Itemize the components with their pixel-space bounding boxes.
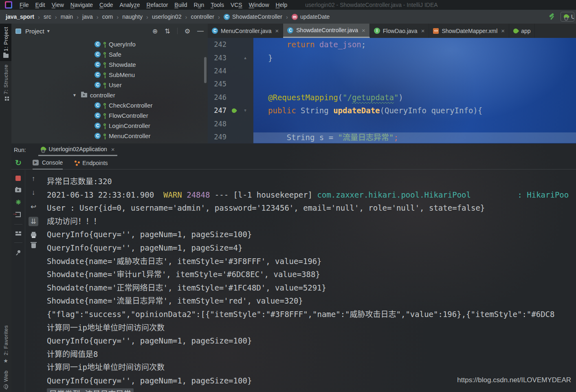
code-line-249: 249 String s = "流量日志异常";	[208, 130, 576, 143]
menu-navigate[interactable]: Navigate	[67, 1, 96, 9]
run-configuration-tab[interactable]: Userlogin02Application ×	[38, 143, 117, 156]
menu-build[interactable]: Build	[171, 1, 190, 9]
tree-item-MenuController[interactable]: CMenuController	[11, 131, 208, 141]
close-icon[interactable]: ×	[111, 146, 115, 153]
breadcrumb-separator: ›	[35, 13, 43, 20]
scroll-up-icon[interactable]: ↑	[32, 175, 35, 183]
build-hammer-icon[interactable]	[548, 13, 556, 20]
tree-item-controller[interactable]: ▼controller	[11, 90, 208, 100]
menu-window[interactable]: Window	[246, 1, 273, 9]
tree-item-Showdate[interactable]: CShowdate	[11, 59, 208, 70]
restore-layout-icon[interactable]	[15, 231, 21, 236]
spring-boot-run-icon	[40, 146, 46, 153]
fold-marker-icon[interactable]: ▵	[241, 55, 249, 61]
run-tab-console[interactable]: ▶Console	[33, 156, 63, 170]
tool-button-web[interactable]: Web	[0, 367, 11, 392]
key-icon	[103, 62, 106, 65]
breadcrumb-separator: ›	[215, 13, 223, 20]
menu-run[interactable]: Run	[191, 1, 208, 9]
watermark-url: https://blog.csdn.net/ILOVEMYDEAR	[457, 374, 571, 387]
menu-edit[interactable]: Edit	[32, 1, 48, 9]
tree-item-Safe[interactable]: CSafe	[11, 49, 208, 59]
line-number: 248	[208, 120, 226, 128]
menu-vcs[interactable]: VCS	[227, 1, 246, 9]
breadcrumb-separator: ›	[52, 13, 60, 20]
collapse-all-icon[interactable]: ⇅	[165, 27, 170, 35]
locate-icon[interactable]: ⊕	[152, 27, 158, 35]
console-icon: ▶	[33, 160, 39, 165]
chevron-down-icon[interactable]: ▾	[47, 28, 50, 34]
intellij-logo-icon	[5, 1, 12, 9]
project-scrollbar[interactable]	[204, 57, 207, 83]
tree-item-FlowController[interactable]: CFlowController	[11, 110, 208, 121]
tab-showdatecontroller-java[interactable]: CShowdateController.java×	[283, 24, 370, 38]
rerun-icon[interactable]: ↻	[15, 158, 22, 167]
breadcrumb-java[interactable]: java	[81, 13, 94, 20]
scroll-to-end-icon[interactable]: ⇊	[29, 217, 38, 226]
tab-showdatemapper-xml[interactable]: <>ShowDateMapper.xml×	[429, 24, 509, 38]
class-icon: C	[95, 112, 101, 119]
console-line: 计算同一ip地址单位时间访问次数	[47, 361, 576, 374]
breadcrumb-java_sport[interactable]: java_sport	[5, 13, 35, 20]
menu-file[interactable]: File	[16, 1, 32, 9]
folder-icon	[3, 54, 9, 58]
run-tab-endpoints[interactable]: Endpoints	[74, 156, 108, 170]
fold-marker-icon[interactable]: ▿	[241, 108, 249, 113]
run-configuration-chip[interactable]: U	[561, 12, 574, 22]
menu-code[interactable]: Code	[96, 1, 116, 9]
breadcrumb-updateDate[interactable]: mupdateDate	[291, 13, 330, 20]
close-icon[interactable]: ×	[275, 27, 279, 34]
gear-icon[interactable]: ⚙	[185, 27, 190, 35]
soft-wrap-icon[interactable]: ↩	[31, 203, 36, 211]
tree-item-SubMenu[interactable]: CSubMenu	[11, 70, 208, 80]
project-panel-title[interactable]: Project	[25, 28, 44, 35]
breadcrumb-separator: ›	[283, 13, 291, 20]
breadcrumb-naughty[interactable]: naughty	[121, 13, 143, 20]
editor-content[interactable]: 242 return date_json;243▵}244245246@Requ…	[208, 38, 576, 143]
hide-panel-icon[interactable]: —	[197, 27, 204, 35]
tab-flowdao-java[interactable]: IFlowDao.java×	[370, 24, 429, 38]
clear-console-icon[interactable]	[31, 243, 36, 248]
tab-menucontroller-java[interactable]: CMenuController.java×	[208, 24, 283, 38]
menu-tools[interactable]: Tools	[207, 1, 227, 9]
menu-view[interactable]: View	[48, 1, 67, 9]
tree-item-User[interactable]: CUser	[11, 80, 208, 90]
expand-arrow-icon[interactable]: ▼	[73, 93, 78, 97]
breadcrumb-com[interactable]: com	[101, 13, 114, 20]
thread-dump-icon[interactable]	[15, 188, 21, 192]
tab-app[interactable]: app	[509, 24, 535, 38]
pin-icon[interactable]	[15, 250, 21, 255]
menu-refactor[interactable]: Refactor	[143, 1, 171, 9]
key-icon	[103, 52, 106, 55]
breadcrumb-src[interactable]: src	[43, 13, 52, 20]
tree-item-CheckController[interactable]: CCheckController	[11, 100, 208, 110]
spring-file-icon	[512, 27, 519, 34]
coverage-icon[interactable]	[15, 199, 21, 205]
tree-item-QueryInfo[interactable]: CQueryInfo	[11, 39, 208, 49]
close-icon[interactable]: ×	[362, 27, 365, 34]
spring-bean-icon[interactable]	[231, 107, 237, 114]
print-icon[interactable]	[31, 233, 36, 236]
code-line-247: 247▿public String updateDate(QueryInfo q…	[208, 104, 576, 117]
menu-analyze[interactable]: Analyze	[117, 1, 143, 9]
divider	[14, 224, 22, 225]
editor: CMenuController.java×CShowdateController…	[208, 24, 576, 143]
close-icon[interactable]: ×	[421, 27, 425, 34]
console-output[interactable]: 异常日志数量:3202021-06-13 22:33:01.900 WARN 2…	[42, 170, 576, 392]
window-title: userlogin02 - ShowdateController.java - …	[305, 2, 437, 8]
breadcrumb-main[interactable]: main	[60, 13, 74, 20]
exit-icon[interactable]	[15, 212, 21, 217]
breadcrumb-userlogin02[interactable]: userlogin02	[151, 13, 182, 20]
tool-button-project[interactable]: 1: Project	[0, 24, 11, 61]
breadcrumb-ShowdateController[interactable]: CShowdateController	[223, 13, 283, 20]
tree-item-LoginController[interactable]: CLoginController	[11, 121, 208, 131]
menu-help[interactable]: Help	[273, 1, 291, 9]
class-icon: C	[95, 62, 101, 68]
breadcrumb-controller[interactable]: controller	[190, 13, 215, 20]
scroll-down-icon[interactable]: ↓	[32, 189, 35, 197]
close-icon[interactable]: ×	[501, 27, 505, 34]
class-icon: C	[95, 123, 101, 129]
stop-button[interactable]	[15, 176, 21, 181]
tool-button-structure[interactable]: 7: Structure	[0, 61, 11, 104]
tool-button-favorites[interactable]: 2: Favorites★	[0, 322, 11, 367]
